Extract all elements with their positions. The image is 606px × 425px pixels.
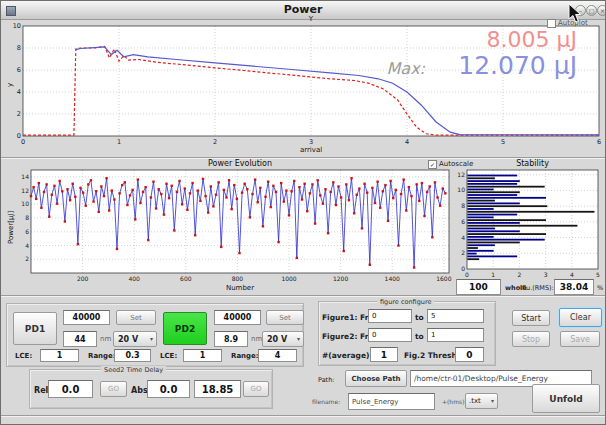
svg-text:6: 6 [461, 218, 465, 225]
svg-text:14: 14 [21, 173, 29, 180]
extension-value: .txt [469, 397, 481, 405]
figure1-ylabel: y [6, 83, 14, 87]
figure1-to-field[interactable] [427, 309, 484, 323]
sample-count-field[interactable] [456, 279, 501, 295]
svg-text:8: 8 [25, 214, 29, 221]
svg-text:3: 3 [309, 138, 313, 146]
filename-label: filename: [312, 398, 340, 405]
average-field[interactable] [370, 347, 398, 362]
max-label: Max: [361, 59, 425, 78]
svg-text:8: 8 [461, 202, 465, 209]
pd2-wavelength-field[interactable] [214, 331, 248, 347]
lce2-field[interactable] [183, 349, 222, 362]
pd1-wavelength-field[interactable] [63, 331, 97, 347]
autoplot-checkbox[interactable] [547, 19, 556, 28]
svg-text:2: 2 [213, 138, 217, 146]
svg-text:10: 10 [457, 186, 465, 193]
svg-text:1000: 1000 [281, 275, 296, 282]
mouse-cursor [567, 3, 583, 25]
percent-label: % [597, 284, 603, 292]
range2-field[interactable] [258, 349, 297, 362]
figure2-to-label: to [415, 332, 424, 341]
divider [1, 295, 605, 297]
svg-text:6: 6 [17, 66, 21, 74]
svg-text:10: 10 [13, 22, 21, 30]
rms-value-field[interactable] [554, 279, 594, 295]
pd2-button[interactable]: PD2 [163, 312, 207, 345]
rms-label: flu.(RMS): [522, 284, 554, 292]
rel-field[interactable] [48, 380, 93, 398]
pd1-button[interactable]: PD1 [13, 312, 57, 345]
clear-button[interactable]: Clear [559, 308, 602, 327]
svg-text:600: 600 [180, 275, 192, 282]
save-button[interactable]: Save [560, 331, 600, 347]
svg-text:12: 12 [21, 187, 29, 194]
figure2-to-field[interactable] [427, 328, 484, 342]
svg-text:8: 8 [17, 44, 21, 52]
figure2-xlabel: Number [31, 284, 449, 292]
rel-go-button[interactable]: GO [100, 381, 127, 397]
svg-text:0: 0 [461, 265, 465, 272]
svg-text:2: 2 [517, 271, 521, 278]
svg-text:4: 4 [405, 138, 409, 146]
stability-plot: 012345024681012 [456, 161, 606, 286]
svg-text:200: 200 [77, 275, 89, 282]
chevron-down-icon: ▾ [297, 335, 300, 342]
svg-text:4: 4 [17, 88, 21, 96]
svg-text:1: 1 [117, 138, 121, 146]
svg-text:1600: 1600 [436, 275, 451, 282]
hms-label: +(hms) [442, 398, 464, 405]
start-button[interactable]: Start [512, 310, 550, 326]
choose-path-button[interactable]: Choose Path [345, 370, 407, 387]
range1-field[interactable] [114, 349, 151, 362]
threshold-field[interactable] [455, 347, 484, 362]
lce2-label: LCE: [160, 352, 177, 360]
lce1-label: LCE: [15, 352, 32, 360]
figure-configure-title: figure configure [377, 298, 434, 306]
average-label: #(average): [322, 351, 372, 360]
svg-text:400: 400 [128, 275, 140, 282]
filename-field[interactable] [348, 393, 435, 410]
abs-go-button[interactable]: GO [243, 381, 269, 397]
pd1-frequency-field[interactable] [63, 310, 110, 325]
svg-text:1200: 1200 [333, 275, 348, 282]
pd1-voltage-value: 20 V [118, 335, 138, 344]
power-window: Power – □ × Y 01234560246810 y arrival 8… [0, 0, 606, 425]
figure2-from-field[interactable] [368, 328, 412, 342]
pulse-energy-readout: 8.005 µJ [301, 27, 577, 52]
svg-text:1400: 1400 [385, 275, 400, 282]
unfold-button[interactable]: Unfold [532, 384, 600, 413]
svg-text:0: 0 [21, 138, 25, 146]
figure1-from-field[interactable] [368, 309, 412, 323]
path-label: Path: [318, 376, 334, 384]
stop-button[interactable]: Stop [512, 331, 550, 347]
extension-select[interactable]: .txt ▾ [465, 393, 498, 409]
abs-field[interactable] [147, 380, 190, 398]
pd1-nm-label: nm [100, 335, 111, 343]
svg-text:6: 6 [25, 228, 29, 235]
figure1-to-label: to [415, 313, 424, 322]
pd2-set-button[interactable]: Set [266, 310, 304, 325]
svg-text:4: 4 [25, 242, 29, 249]
lce1-field[interactable] [40, 349, 79, 362]
pd1-set-button[interactable]: Set [116, 310, 156, 325]
pd2-nm-label: nm [251, 335, 262, 343]
divider [1, 415, 605, 417]
svg-text:2: 2 [461, 249, 465, 256]
svg-text:800: 800 [232, 275, 244, 282]
seed2-title: Seed2 Time Delay [101, 366, 166, 374]
svg-text:5: 5 [501, 138, 505, 146]
svg-text:5: 5 [596, 271, 600, 278]
range2-label: Range: [231, 352, 259, 360]
svg-text:12: 12 [457, 171, 465, 178]
pd2-frequency-field[interactable] [214, 310, 261, 325]
svg-text:4: 4 [570, 271, 574, 278]
pd2-voltage-select[interactable]: 20 V ▾ [262, 331, 304, 347]
figure2-plot: 20040060080010001200140016002468101214 [1, 161, 461, 294]
svg-text:2: 2 [17, 110, 21, 118]
chevron-down-icon: ▾ [150, 335, 153, 342]
pd1-voltage-select[interactable]: 20 V ▾ [113, 331, 157, 347]
max-energy-readout: 12.070 µJ [427, 51, 577, 80]
svg-text:1: 1 [491, 271, 495, 278]
abs-position-field[interactable] [194, 380, 241, 398]
